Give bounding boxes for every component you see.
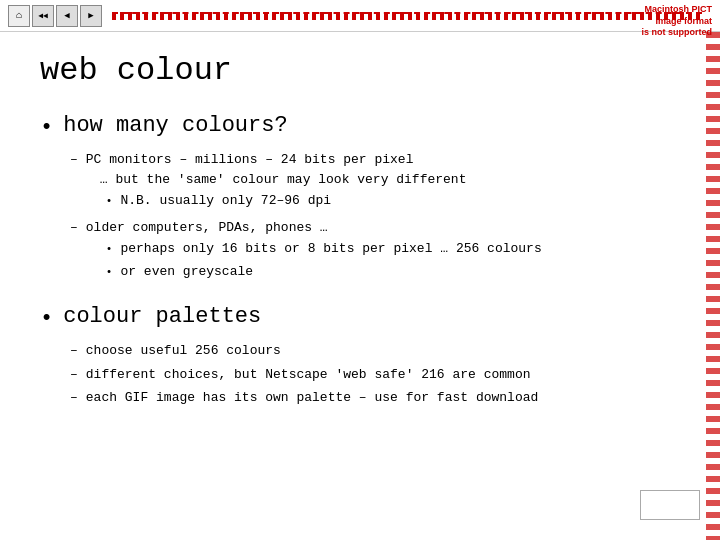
bullet-main-colours: • how many colours? (40, 113, 690, 140)
sub-item-choose: – choose useful 256 colours (70, 341, 690, 361)
prev-button[interactable]: ◀ (56, 5, 78, 27)
bullet-dot-colours: • (40, 115, 53, 140)
text-different: different choices, but Netscape 'web saf… (86, 365, 690, 385)
pict-line2: Image format (642, 16, 713, 28)
pc-line1: PC monitors – millions – 24 bits per pix… (86, 152, 414, 167)
text-choose: choose useful 256 colours (86, 341, 690, 361)
dash-different: – (70, 365, 78, 385)
top-decoration (112, 12, 702, 20)
older-line1: older computers, PDAs, phones … (86, 220, 328, 235)
home-icon: ⌂ (16, 10, 22, 21)
pc-line2: … but the 'same' colour may look very di… (100, 172, 467, 187)
pict-notice: Macintosh PICT Image format is not suppo… (642, 4, 713, 39)
sub-sub-older: • perhaps only 16 bits or 8 bits per pix… (106, 239, 690, 281)
right-decoration (706, 32, 720, 540)
text-dpi: N.B. usually only 72–96 dpi (120, 191, 331, 211)
sub-item-different: – different choices, but Netscape 'web s… (70, 365, 690, 385)
dash-older: – (70, 218, 78, 238)
bullet-16bit: • (106, 241, 113, 258)
back-button[interactable]: ◀◀ (32, 5, 54, 27)
next-icon: ▶ (88, 10, 93, 21)
text-greyscale: or even greyscale (120, 262, 253, 282)
sub-list-colours: – PC monitors – millions – 24 bits per p… (70, 150, 690, 284)
sub-item-gif: – each GIF image has its own palette – u… (70, 388, 690, 408)
section-palettes: • colour palettes – choose useful 256 co… (40, 304, 690, 408)
main-content: web colour • how many colours? – PC moni… (0, 32, 720, 448)
bullet-dot-palettes: • (40, 306, 53, 331)
text-16bit: perhaps only 16 bits or 8 bits per pixel… (120, 239, 541, 259)
next-button[interactable]: ▶ (80, 5, 102, 27)
heading-palettes: colour palettes (63, 304, 261, 329)
sub-sub-pc: • N.B. usually only 72–96 dpi (106, 191, 690, 211)
section-colours: • how many colours? – PC monitors – mill… (40, 113, 690, 284)
bullet-dpi: • (106, 193, 113, 210)
dash-choose: – (70, 341, 78, 361)
text-gif: each GIF image has its own palette – use… (86, 388, 690, 408)
back-icon: ◀◀ (38, 11, 48, 20)
pict-line1: Macintosh PICT (642, 4, 713, 16)
sub-list-palettes: – choose useful 256 colours – different … (70, 341, 690, 408)
sub-item-pc: – PC monitors – millions – 24 bits per p… (70, 150, 690, 214)
sub-sub-greyscale: • or even greyscale (106, 262, 690, 282)
home-button[interactable]: ⌂ (8, 5, 30, 27)
dash-gif: – (70, 388, 78, 408)
bullet-main-palettes: • colour palettes (40, 304, 690, 331)
sub-sub-dpi: • N.B. usually only 72–96 dpi (106, 191, 690, 211)
prev-icon: ◀ (64, 10, 69, 21)
sub-sub-16bit: • perhaps only 16 bits or 8 bits per pix… (106, 239, 690, 259)
bullet-greyscale: • (106, 264, 113, 281)
text-pc: PC monitors – millions – 24 bits per pix… (86, 150, 690, 214)
page-title: web colour (40, 52, 690, 89)
top-navigation: ⌂ ◀◀ ◀ ▶ (0, 0, 720, 32)
corner-decoration (640, 490, 700, 520)
pict-line3: is not supported (642, 27, 713, 39)
dash-pc: – (70, 150, 78, 170)
text-older: older computers, PDAs, phones … • perhap… (86, 218, 690, 285)
sub-item-older: – older computers, PDAs, phones … • perh… (70, 218, 690, 285)
nav-buttons: ⌂ ◀◀ ◀ ▶ (8, 5, 102, 27)
heading-colours: how many colours? (63, 113, 287, 138)
